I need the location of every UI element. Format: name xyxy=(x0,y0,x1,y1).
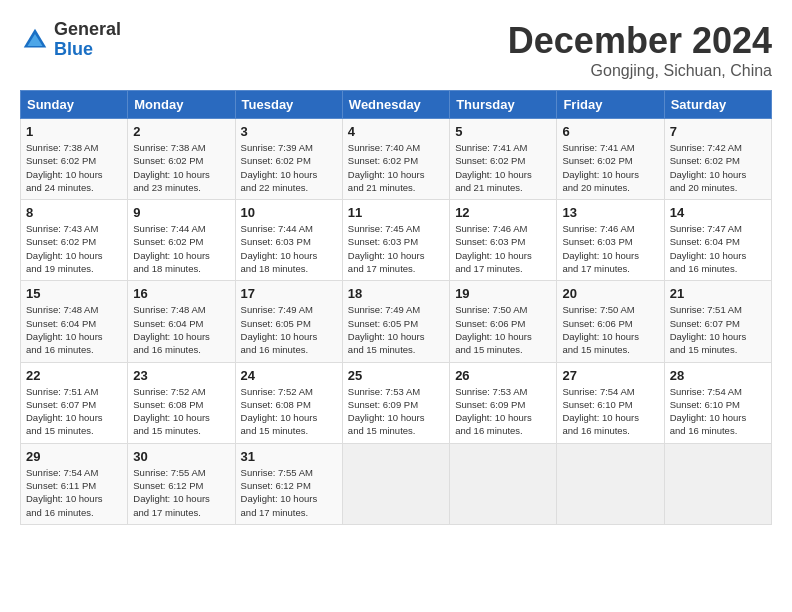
day-number: 21 xyxy=(670,286,766,301)
calendar-week-row: 29Sunrise: 7:54 AM Sunset: 6:11 PM Dayli… xyxy=(21,443,772,524)
day-info: Sunrise: 7:54 AM Sunset: 6:10 PM Dayligh… xyxy=(670,385,766,438)
day-info: Sunrise: 7:44 AM Sunset: 6:02 PM Dayligh… xyxy=(133,222,229,275)
logo: General Blue xyxy=(20,20,121,60)
day-info: Sunrise: 7:41 AM Sunset: 6:02 PM Dayligh… xyxy=(455,141,551,194)
day-info: Sunrise: 7:48 AM Sunset: 6:04 PM Dayligh… xyxy=(133,303,229,356)
table-row: 3Sunrise: 7:39 AM Sunset: 6:02 PM Daylig… xyxy=(235,119,342,200)
day-number: 10 xyxy=(241,205,337,220)
table-row: 12Sunrise: 7:46 AM Sunset: 6:03 PM Dayli… xyxy=(450,200,557,281)
day-info: Sunrise: 7:52 AM Sunset: 6:08 PM Dayligh… xyxy=(241,385,337,438)
day-info: Sunrise: 7:50 AM Sunset: 6:06 PM Dayligh… xyxy=(562,303,658,356)
calendar-table: Sunday Monday Tuesday Wednesday Thursday… xyxy=(20,90,772,525)
calendar-week-row: 8Sunrise: 7:43 AM Sunset: 6:02 PM Daylig… xyxy=(21,200,772,281)
table-row: 2Sunrise: 7:38 AM Sunset: 6:02 PM Daylig… xyxy=(128,119,235,200)
table-row: 17Sunrise: 7:49 AM Sunset: 6:05 PM Dayli… xyxy=(235,281,342,362)
day-number: 24 xyxy=(241,368,337,383)
logo-text: General Blue xyxy=(54,20,121,60)
day-number: 15 xyxy=(26,286,122,301)
day-info: Sunrise: 7:39 AM Sunset: 6:02 PM Dayligh… xyxy=(241,141,337,194)
month-title: December 2024 xyxy=(508,20,772,62)
day-info: Sunrise: 7:53 AM Sunset: 6:09 PM Dayligh… xyxy=(455,385,551,438)
day-info: Sunrise: 7:45 AM Sunset: 6:03 PM Dayligh… xyxy=(348,222,444,275)
table-row: 15Sunrise: 7:48 AM Sunset: 6:04 PM Dayli… xyxy=(21,281,128,362)
header: General Blue December 2024 Gongjing, Sic… xyxy=(20,20,772,80)
table-row: 22Sunrise: 7:51 AM Sunset: 6:07 PM Dayli… xyxy=(21,362,128,443)
day-info: Sunrise: 7:43 AM Sunset: 6:02 PM Dayligh… xyxy=(26,222,122,275)
table-row: 13Sunrise: 7:46 AM Sunset: 6:03 PM Dayli… xyxy=(557,200,664,281)
table-row: 1Sunrise: 7:38 AM Sunset: 6:02 PM Daylig… xyxy=(21,119,128,200)
header-row: Sunday Monday Tuesday Wednesday Thursday… xyxy=(21,91,772,119)
table-row: 5Sunrise: 7:41 AM Sunset: 6:02 PM Daylig… xyxy=(450,119,557,200)
day-number: 2 xyxy=(133,124,229,139)
day-number: 8 xyxy=(26,205,122,220)
table-row: 19Sunrise: 7:50 AM Sunset: 6:06 PM Dayli… xyxy=(450,281,557,362)
day-info: Sunrise: 7:46 AM Sunset: 6:03 PM Dayligh… xyxy=(455,222,551,275)
table-row: 27Sunrise: 7:54 AM Sunset: 6:10 PM Dayli… xyxy=(557,362,664,443)
day-number: 31 xyxy=(241,449,337,464)
day-info: Sunrise: 7:55 AM Sunset: 6:12 PM Dayligh… xyxy=(133,466,229,519)
calendar-body: 1Sunrise: 7:38 AM Sunset: 6:02 PM Daylig… xyxy=(21,119,772,525)
day-number: 5 xyxy=(455,124,551,139)
day-number: 22 xyxy=(26,368,122,383)
day-number: 29 xyxy=(26,449,122,464)
day-info: Sunrise: 7:51 AM Sunset: 6:07 PM Dayligh… xyxy=(670,303,766,356)
day-number: 19 xyxy=(455,286,551,301)
table-row: 8Sunrise: 7:43 AM Sunset: 6:02 PM Daylig… xyxy=(21,200,128,281)
table-row xyxy=(557,443,664,524)
table-row xyxy=(664,443,771,524)
table-row: 11Sunrise: 7:45 AM Sunset: 6:03 PM Dayli… xyxy=(342,200,449,281)
logo-general-text: General xyxy=(54,20,121,40)
calendar-week-row: 22Sunrise: 7:51 AM Sunset: 6:07 PM Dayli… xyxy=(21,362,772,443)
day-number: 17 xyxy=(241,286,337,301)
day-info: Sunrise: 7:47 AM Sunset: 6:04 PM Dayligh… xyxy=(670,222,766,275)
day-number: 30 xyxy=(133,449,229,464)
table-row: 14Sunrise: 7:47 AM Sunset: 6:04 PM Dayli… xyxy=(664,200,771,281)
day-info: Sunrise: 7:42 AM Sunset: 6:02 PM Dayligh… xyxy=(670,141,766,194)
day-info: Sunrise: 7:55 AM Sunset: 6:12 PM Dayligh… xyxy=(241,466,337,519)
day-number: 13 xyxy=(562,205,658,220)
day-number: 16 xyxy=(133,286,229,301)
day-number: 25 xyxy=(348,368,444,383)
calendar-week-row: 1Sunrise: 7:38 AM Sunset: 6:02 PM Daylig… xyxy=(21,119,772,200)
table-row: 10Sunrise: 7:44 AM Sunset: 6:03 PM Dayli… xyxy=(235,200,342,281)
table-row: 7Sunrise: 7:42 AM Sunset: 6:02 PM Daylig… xyxy=(664,119,771,200)
day-info: Sunrise: 7:48 AM Sunset: 6:04 PM Dayligh… xyxy=(26,303,122,356)
logo-icon xyxy=(20,25,50,55)
table-row: 16Sunrise: 7:48 AM Sunset: 6:04 PM Dayli… xyxy=(128,281,235,362)
table-row: 31Sunrise: 7:55 AM Sunset: 6:12 PM Dayli… xyxy=(235,443,342,524)
table-row: 30Sunrise: 7:55 AM Sunset: 6:12 PM Dayli… xyxy=(128,443,235,524)
table-row xyxy=(450,443,557,524)
day-number: 28 xyxy=(670,368,766,383)
day-number: 4 xyxy=(348,124,444,139)
day-number: 14 xyxy=(670,205,766,220)
col-monday: Monday xyxy=(128,91,235,119)
day-number: 6 xyxy=(562,124,658,139)
table-row xyxy=(342,443,449,524)
day-info: Sunrise: 7:49 AM Sunset: 6:05 PM Dayligh… xyxy=(241,303,337,356)
col-friday: Friday xyxy=(557,91,664,119)
table-row: 29Sunrise: 7:54 AM Sunset: 6:11 PM Dayli… xyxy=(21,443,128,524)
day-info: Sunrise: 7:50 AM Sunset: 6:06 PM Dayligh… xyxy=(455,303,551,356)
col-saturday: Saturday xyxy=(664,91,771,119)
table-row: 21Sunrise: 7:51 AM Sunset: 6:07 PM Dayli… xyxy=(664,281,771,362)
col-sunday: Sunday xyxy=(21,91,128,119)
calendar-header: Sunday Monday Tuesday Wednesday Thursday… xyxy=(21,91,772,119)
day-number: 20 xyxy=(562,286,658,301)
col-tuesday: Tuesday xyxy=(235,91,342,119)
logo-blue-text: Blue xyxy=(54,40,121,60)
day-number: 23 xyxy=(133,368,229,383)
day-info: Sunrise: 7:52 AM Sunset: 6:08 PM Dayligh… xyxy=(133,385,229,438)
day-number: 26 xyxy=(455,368,551,383)
day-info: Sunrise: 7:41 AM Sunset: 6:02 PM Dayligh… xyxy=(562,141,658,194)
table-row: 26Sunrise: 7:53 AM Sunset: 6:09 PM Dayli… xyxy=(450,362,557,443)
table-row: 18Sunrise: 7:49 AM Sunset: 6:05 PM Dayli… xyxy=(342,281,449,362)
day-number: 3 xyxy=(241,124,337,139)
title-area: December 2024 Gongjing, Sichuan, China xyxy=(508,20,772,80)
table-row: 28Sunrise: 7:54 AM Sunset: 6:10 PM Dayli… xyxy=(664,362,771,443)
table-row: 20Sunrise: 7:50 AM Sunset: 6:06 PM Dayli… xyxy=(557,281,664,362)
day-info: Sunrise: 7:51 AM Sunset: 6:07 PM Dayligh… xyxy=(26,385,122,438)
day-info: Sunrise: 7:53 AM Sunset: 6:09 PM Dayligh… xyxy=(348,385,444,438)
location-subtitle: Gongjing, Sichuan, China xyxy=(508,62,772,80)
table-row: 9Sunrise: 7:44 AM Sunset: 6:02 PM Daylig… xyxy=(128,200,235,281)
day-number: 9 xyxy=(133,205,229,220)
